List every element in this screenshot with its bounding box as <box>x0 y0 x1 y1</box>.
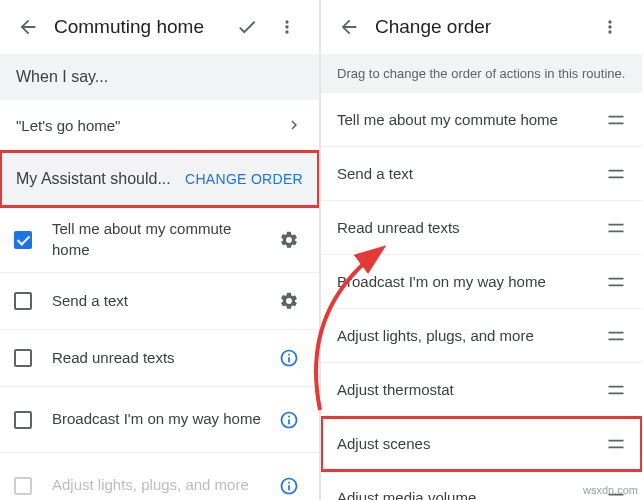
when-i-say-label: When I say... <box>16 68 108 86</box>
action-label: Broadcast I'm on my way home <box>52 409 271 429</box>
action-label: Send a text <box>52 291 271 311</box>
order-list: Tell me about my commute homeSend a text… <box>321 93 642 500</box>
drag-hint: Drag to change the order of actions in t… <box>321 54 642 93</box>
drag-handle-icon[interactable] <box>606 434 626 454</box>
drag-handle-icon[interactable] <box>606 110 626 130</box>
drag-handle-icon[interactable] <box>606 380 626 400</box>
page-title-left: Commuting home <box>48 16 227 38</box>
order-label: Tell me about my commute home <box>337 111 558 128</box>
order-label: Adjust scenes <box>337 435 430 452</box>
chevron-right-icon <box>285 116 303 134</box>
trigger-phrase-text: "Let's go home" <box>16 117 120 134</box>
action-checkbox[interactable] <box>14 349 32 367</box>
order-row[interactable]: Tell me about my commute home <box>321 93 642 147</box>
order-row[interactable]: Adjust thermostat <box>321 363 642 417</box>
order-label: Adjust media volume <box>337 489 476 500</box>
order-row[interactable]: Broadcast I'm on my way home <box>321 255 642 309</box>
action-label: Tell me about my commute home <box>52 219 271 260</box>
drag-handle-icon[interactable] <box>606 218 626 238</box>
action-row[interactable]: Read unread texts <box>0 330 319 387</box>
action-row[interactable]: Send a text <box>0 273 319 330</box>
order-row[interactable]: Adjust scenes <box>321 417 642 471</box>
order-label: Read unread texts <box>337 219 460 236</box>
action-checkbox <box>14 477 32 495</box>
gear-icon[interactable] <box>271 283 307 319</box>
action-checkbox[interactable] <box>14 292 32 310</box>
action-label: Adjust lights, plugs, and more <box>52 475 271 495</box>
more-vert-icon[interactable] <box>267 7 307 47</box>
drag-handle-icon[interactable] <box>606 326 626 346</box>
confirm-icon[interactable] <box>227 7 267 47</box>
drag-handle-icon[interactable] <box>606 164 626 184</box>
action-row[interactable]: Broadcast I'm on my way home <box>0 387 319 453</box>
info-icon[interactable] <box>271 340 307 376</box>
action-row[interactable]: Tell me about my commute home <box>0 207 319 273</box>
action-checkbox[interactable] <box>14 411 32 429</box>
more-vert-icon[interactable] <box>590 7 630 47</box>
action-label: Read unread texts <box>52 348 271 368</box>
when-i-say-header: When I say... <box>0 54 319 100</box>
order-label: Broadcast I'm on my way home <box>337 273 546 290</box>
action-row[interactable]: Adjust lights, plugs, and more <box>0 453 319 500</box>
drag-handle-icon[interactable] <box>606 272 626 292</box>
change-order-button[interactable]: CHANGE ORDER <box>177 165 311 193</box>
order-row[interactable]: Send a text <box>321 147 642 201</box>
action-checkbox[interactable] <box>14 231 32 249</box>
page-title-right: Change order <box>369 16 590 38</box>
change-order-screen: Change order Drag to change the order of… <box>321 0 642 500</box>
routine-detail-screen: Commuting home When I say... "Let's go h… <box>0 0 321 500</box>
order-row[interactable]: Adjust media volume <box>321 471 642 500</box>
order-label: Adjust lights, plugs, and more <box>337 327 534 344</box>
appbar-right: Change order <box>321 0 642 54</box>
gear-icon[interactable] <box>271 222 307 258</box>
drag-handle-icon[interactable] <box>606 488 626 501</box>
trigger-phrase-row[interactable]: "Let's go home" <box>0 100 319 151</box>
info-icon[interactable] <box>271 402 307 438</box>
order-label: Adjust thermostat <box>337 381 454 398</box>
order-label: Send a text <box>337 165 413 182</box>
info-icon[interactable] <box>271 468 307 501</box>
actions-list: Tell me about my commute homeSend a text… <box>0 207 319 500</box>
appbar-left: Commuting home <box>0 0 319 54</box>
back-icon[interactable] <box>8 7 48 47</box>
order-row[interactable]: Read unread texts <box>321 201 642 255</box>
assistant-should-header: My Assistant should... CHANGE ORDER <box>0 151 319 207</box>
back-icon[interactable] <box>329 7 369 47</box>
assistant-should-label: My Assistant should... <box>16 170 171 188</box>
order-row[interactable]: Adjust lights, plugs, and more <box>321 309 642 363</box>
